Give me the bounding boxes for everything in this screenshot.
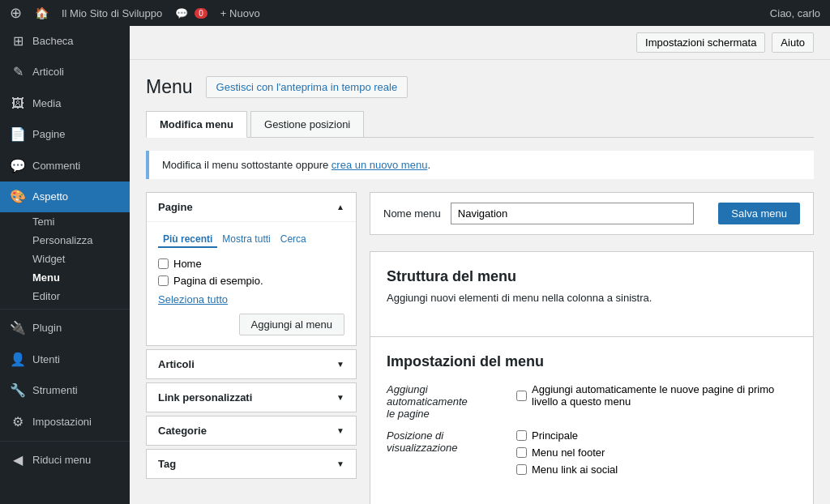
sidebar-item-commenti[interactable]: 💬 Commenti — [0, 151, 130, 182]
notice-text-after: . — [427, 159, 430, 171]
auto-add-label: Aggiungi automaticamentele pagine — [387, 383, 500, 420]
checkbox-footer[interactable] — [516, 447, 527, 458]
sidebar-sub-menu[interactable]: Menu — [0, 268, 130, 287]
sidebar-item-aspetto[interactable]: 🎨 Aspetto — [0, 182, 130, 212]
help-button[interactable]: Aiuto — [772, 32, 814, 53]
impostazioni-icon: ⚙ — [10, 413, 26, 431]
sidebar: ⊞ Bacheca ✎ Articoli 🖼 Media 📄 Pagine 💬 … — [0, 26, 130, 504]
tab-modifica-menu[interactable]: Modifica menu — [146, 111, 247, 138]
sidebar-item-impostazioni[interactable]: ⚙ Impostazioni — [0, 407, 130, 438]
page-item-home: Home — [158, 258, 344, 270]
save-menu-button-top[interactable]: Salva menu — [718, 203, 800, 224]
sidebar-item-plugin[interactable]: 🔌 Plugin — [0, 313, 130, 344]
checkbox-home[interactable] — [158, 258, 169, 269]
admin-bar: ⊕ 🏠 Il Mio Sito di Sviluppo 💬 0 + Nuovo … — [0, 0, 830, 26]
comments-count: 0 — [195, 8, 208, 19]
accordion-articoli-header[interactable]: Articoli ▼ — [147, 350, 356, 378]
accordion-articoli-chevron: ▼ — [336, 360, 344, 369]
checkbox-social[interactable] — [516, 464, 527, 475]
menu-name-input[interactable] — [451, 203, 694, 224]
label-social: Menu link ai social — [532, 463, 618, 476]
accordion-categorie-header[interactable]: Categorie ▼ — [147, 416, 356, 445]
page-title: Menu — [146, 76, 193, 98]
notice-bar: Modifica il menu sottostante oppure crea… — [146, 151, 814, 179]
sidebar-item-articoli[interactable]: ✎ Articoli — [0, 57, 130, 88]
menu-name-label: Nome menu — [383, 207, 441, 220]
aspetto-icon: 🎨 — [10, 188, 26, 206]
home-icon[interactable]: 🏠 — [35, 6, 49, 19]
posizione-label: Posizione divisualizzazione — [387, 429, 500, 481]
sidebar-item-media[interactable]: 🖼 Media — [0, 88, 130, 119]
auto-add-description: Aggiungi automaticamente le nuove pagine… — [532, 383, 797, 408]
accordion-pagine-label: Pagine — [158, 201, 193, 213]
page-header: Menu Gestisci con l'anteprima in tempo r… — [146, 76, 814, 98]
accordion-categorie-chevron: ▼ — [336, 426, 344, 435]
sub-tabs-pagine: Più recenti Mostra tutti Cerca — [158, 232, 344, 248]
sidebar-sub-personalizza[interactable]: Personalizza — [0, 231, 130, 250]
impostazioni-title: Impostazioni del menu — [387, 353, 797, 370]
accordion-tag-header[interactable]: Tag ▼ — [147, 450, 356, 478]
menu-settings-box: Impostazioni del menu Aggiungi automatic… — [370, 337, 814, 504]
subtab-mostra-tutti[interactable]: Mostra tutti — [217, 232, 275, 248]
subtab-cerca[interactable]: Cerca — [276, 232, 311, 248]
pos-principale-row: Principale — [516, 429, 797, 442]
label-principale: Principale — [532, 429, 578, 442]
accordion-categorie-label: Categorie — [158, 425, 207, 437]
sidebar-sub-editor[interactable]: Editor — [0, 287, 130, 305]
sidebar-riduci[interactable]: ◀ Riduci menu — [0, 445, 130, 476]
accordion-tag-chevron: ▼ — [336, 459, 344, 468]
wp-logo-icon[interactable]: ⊕ — [10, 4, 22, 22]
comments-badge[interactable]: 💬 0 — [175, 7, 208, 19]
page-item-esempio: Pagina di esempio. — [158, 275, 344, 287]
label-esempio: Pagina di esempio. — [173, 275, 263, 287]
accordion-pagine-chevron: ▲ — [336, 203, 344, 211]
bacheca-icon: ⊞ — [10, 32, 26, 50]
strumenti-icon: 🔧 — [10, 382, 26, 399]
tab-gestione-posizioni[interactable]: Gestione posizioni — [250, 111, 364, 137]
label-footer: Menu nel footer — [532, 446, 605, 459]
select-all-link[interactable]: Seleziona tutto — [158, 293, 344, 305]
main-content: Impostazioni schermata Aiuto Menu Gestis… — [130, 26, 830, 504]
user-greeting[interactable]: Ciao, carlo — [770, 7, 820, 19]
content-topbar: Impostazioni schermata Aiuto — [130, 26, 830, 60]
accordion-link: Link personalizzati ▼ — [146, 382, 357, 412]
accordion-tag: Tag ▼ — [146, 449, 357, 479]
notice-text: Modifica il menu sottostante oppure — [162, 159, 332, 171]
pos-footer-row: Menu nel footer — [516, 446, 797, 459]
checkbox-esempio[interactable] — [158, 275, 169, 286]
screen-settings-button[interactable]: Impostazioni schermata — [636, 32, 765, 53]
sidebar-item-strumenti[interactable]: 🔧 Strumenti — [0, 375, 130, 406]
sidebar-sub-widget[interactable]: Widget — [0, 250, 130, 268]
create-new-menu-link[interactable]: crea un nuovo menu — [332, 159, 428, 171]
sidebar-item-bacheca[interactable]: ⊞ Bacheca — [0, 26, 130, 57]
add-to-menu-button[interactable]: Aggiungi al menu — [239, 314, 344, 335]
preview-button[interactable]: Gestisci con l'anteprima in tempo reale — [206, 76, 409, 98]
left-column: Pagine ▲ Più recenti Mostra tutti Cerca — [146, 192, 357, 504]
sidebar-divider-2 — [0, 441, 130, 442]
plugin-icon: 🔌 — [10, 319, 26, 337]
accordion-pagine: Pagine ▲ Più recenti Mostra tutti Cerca — [146, 192, 357, 346]
accordion-pagine-body: Più recenti Mostra tutti Cerca Home Pagi… — [147, 221, 356, 345]
auto-add-checkbox[interactable] — [516, 391, 527, 401]
accordion-pagine-header[interactable]: Pagine ▲ — [147, 193, 356, 221]
articoli-icon: ✎ — [10, 63, 26, 81]
accordion-articoli-label: Articoli — [158, 358, 195, 370]
auto-add-controls: Aggiungi automaticamente le nuove pagine… — [516, 383, 797, 420]
utenti-icon: 👤 — [10, 351, 26, 369]
sidebar-sub-temi[interactable]: Temi — [0, 212, 130, 231]
checkbox-principale[interactable] — [516, 430, 527, 441]
accordion-link-header[interactable]: Link personalizzati ▼ — [147, 383, 356, 412]
accordion-link-chevron: ▼ — [336, 393, 344, 402]
tabs-container: Modifica menu Gestione posizioni — [146, 111, 814, 138]
sidebar-divider-1 — [0, 309, 130, 310]
new-item-link[interactable]: + Nuovo — [220, 7, 260, 19]
posizione-controls: Principale Menu nel footer Menu link ai … — [516, 429, 797, 481]
comment-icon: 💬 — [175, 7, 188, 19]
label-home: Home — [173, 258, 202, 270]
sidebar-item-utenti[interactable]: 👤 Utenti — [0, 344, 130, 375]
sidebar-item-pagine[interactable]: 📄 Pagine — [0, 119, 130, 150]
site-name[interactable]: Il Mio Sito di Sviluppo — [62, 7, 162, 19]
content-body: Menu Gestisci con l'anteprima in tempo r… — [130, 60, 830, 504]
columns-layout: Pagine ▲ Più recenti Mostra tutti Cerca — [146, 192, 814, 504]
subtab-piu-recenti[interactable]: Più recenti — [158, 232, 217, 248]
